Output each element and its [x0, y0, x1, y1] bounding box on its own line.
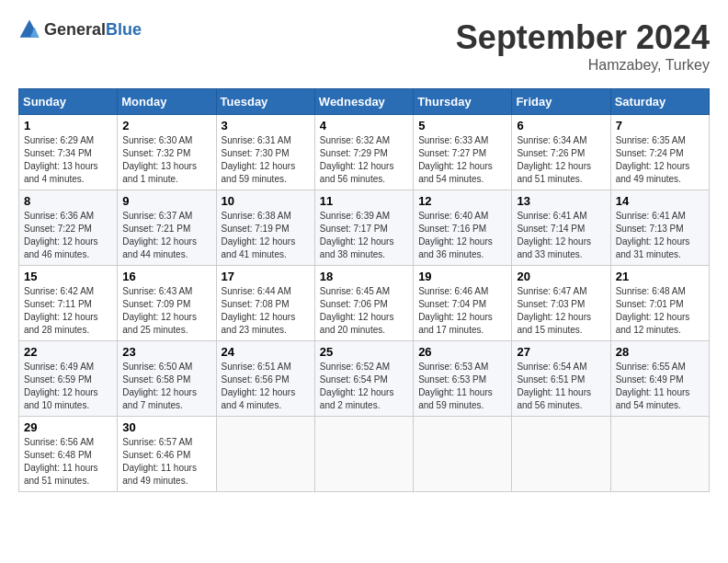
day-info: Sunrise: 6:41 AMSunset: 7:14 PMDaylight:…: [517, 211, 591, 259]
day-number: 8: [24, 194, 112, 208]
location-subtitle: Hamzabey, Turkey: [456, 57, 710, 74]
calendar-week-row: 1 Sunrise: 6:29 AMSunset: 7:34 PMDayligh…: [19, 115, 710, 190]
day-cell: 30 Sunrise: 6:57 AMSunset: 6:46 PMDaylig…: [118, 417, 216, 492]
day-number: 6: [517, 119, 605, 132]
day-info: Sunrise: 6:30 AMSunset: 7:32 PMDaylight:…: [122, 135, 197, 184]
day-cell: 2 Sunrise: 6:30 AMSunset: 7:32 PMDayligh…: [118, 115, 216, 190]
day-cell: 8 Sunrise: 6:36 AMSunset: 7:22 PMDayligh…: [19, 190, 118, 266]
day-info: Sunrise: 6:36 AMSunset: 7:22 PMDaylight:…: [24, 211, 98, 259]
day-cell: 24 Sunrise: 6:51 AMSunset: 6:56 PMDaylig…: [216, 341, 314, 417]
day-info: Sunrise: 6:52 AMSunset: 6:54 PMDaylight:…: [320, 362, 394, 410]
day-number: 22: [24, 345, 112, 359]
col-sunday: Sunday: [19, 89, 118, 115]
day-number: 16: [122, 270, 210, 283]
day-info: Sunrise: 6:40 AMSunset: 7:16 PMDaylight:…: [418, 211, 493, 259]
day-cell: 26 Sunrise: 6:53 AMSunset: 6:53 PMDaylig…: [414, 341, 512, 417]
day-cell: 7 Sunrise: 6:35 AMSunset: 7:24 PMDayligh…: [610, 115, 709, 190]
day-info: Sunrise: 6:34 AMSunset: 7:26 PMDaylight:…: [517, 135, 591, 184]
day-number: 3: [222, 119, 310, 132]
day-cell: 19 Sunrise: 6:46 AMSunset: 7:04 PMDaylig…: [414, 266, 512, 341]
day-cell: 1 Sunrise: 6:29 AMSunset: 7:34 PMDayligh…: [19, 115, 118, 190]
day-number: 27: [517, 345, 605, 359]
day-cell: 16 Sunrise: 6:43 AMSunset: 7:09 PMDaylig…: [118, 266, 216, 341]
day-info: Sunrise: 6:44 AMSunset: 7:08 PMDaylight:…: [222, 286, 296, 335]
day-info: Sunrise: 6:32 AMSunset: 7:29 PMDaylight:…: [320, 135, 394, 184]
day-info: Sunrise: 6:38 AMSunset: 7:19 PMDaylight:…: [222, 211, 296, 259]
day-cell: 15 Sunrise: 6:42 AMSunset: 7:11 PMDaylig…: [19, 266, 118, 341]
day-cell: 11 Sunrise: 6:39 AMSunset: 7:17 PMDaylig…: [314, 190, 413, 266]
col-thursday: Thursday: [414, 89, 512, 115]
day-cell: 25 Sunrise: 6:52 AMSunset: 6:54 PMDaylig…: [314, 341, 413, 417]
day-cell: 18 Sunrise: 6:45 AMSunset: 7:06 PMDaylig…: [314, 266, 413, 341]
day-number: 23: [122, 345, 210, 359]
day-info: Sunrise: 6:35 AMSunset: 7:24 PMDaylight:…: [616, 135, 690, 184]
day-cell: 20 Sunrise: 6:47 AMSunset: 7:03 PMDaylig…: [512, 266, 610, 341]
day-number: 21: [616, 270, 704, 283]
day-cell: 14 Sunrise: 6:41 AMSunset: 7:13 PMDaylig…: [610, 190, 709, 266]
day-cell: 23 Sunrise: 6:50 AMSunset: 6:58 PMDaylig…: [118, 341, 216, 417]
day-number: 29: [24, 420, 112, 434]
day-cell: 5 Sunrise: 6:33 AMSunset: 7:27 PMDayligh…: [414, 115, 512, 190]
col-tuesday: Tuesday: [216, 89, 314, 115]
calendar-week-row: 29 Sunrise: 6:56 AMSunset: 6:48 PMDaylig…: [19, 417, 710, 492]
day-info: Sunrise: 6:54 AMSunset: 6:51 PMDaylight:…: [517, 362, 591, 410]
calendar-week-row: 8 Sunrise: 6:36 AMSunset: 7:22 PMDayligh…: [19, 190, 710, 266]
day-number: 14: [616, 194, 704, 208]
day-cell: 29 Sunrise: 6:56 AMSunset: 6:48 PMDaylig…: [19, 417, 118, 492]
day-cell: 10 Sunrise: 6:38 AMSunset: 7:19 PMDaylig…: [216, 190, 314, 266]
day-number: 13: [517, 194, 605, 208]
day-cell: 21 Sunrise: 6:48 AMSunset: 7:01 PMDaylig…: [610, 266, 709, 341]
day-info: Sunrise: 6:37 AMSunset: 7:21 PMDaylight:…: [122, 211, 197, 259]
day-info: Sunrise: 6:55 AMSunset: 6:49 PMDaylight:…: [616, 362, 690, 410]
day-number: 17: [222, 270, 310, 283]
day-info: Sunrise: 6:42 AMSunset: 7:11 PMDaylight:…: [24, 286, 98, 335]
day-info: Sunrise: 6:57 AMSunset: 6:46 PMDaylight:…: [122, 437, 197, 486]
day-cell: 28 Sunrise: 6:55 AMSunset: 6:49 PMDaylig…: [610, 341, 709, 417]
day-number: 12: [418, 194, 506, 208]
logo-text: GeneralBlue: [44, 20, 142, 40]
day-number: 24: [222, 345, 310, 359]
title-block: September 2024 Hamzabey, Turkey: [456, 18, 710, 74]
day-number: 7: [616, 119, 704, 132]
day-info: Sunrise: 6:48 AMSunset: 7:01 PMDaylight:…: [616, 286, 690, 335]
col-saturday: Saturday: [610, 89, 709, 115]
day-number: 1: [24, 119, 112, 132]
day-number: 5: [418, 119, 506, 132]
day-info: Sunrise: 6:29 AMSunset: 7:34 PMDaylight:…: [24, 135, 98, 184]
col-friday: Friday: [512, 89, 610, 115]
day-cell: 27 Sunrise: 6:54 AMSunset: 6:51 PMDaylig…: [512, 341, 610, 417]
day-info: Sunrise: 6:50 AMSunset: 6:58 PMDaylight:…: [122, 362, 197, 410]
day-cell: 17 Sunrise: 6:44 AMSunset: 7:08 PMDaylig…: [216, 266, 314, 341]
day-info: Sunrise: 6:43 AMSunset: 7:09 PMDaylight:…: [122, 286, 197, 335]
day-number: 20: [517, 270, 605, 283]
day-number: 28: [616, 345, 704, 359]
day-info: Sunrise: 6:51 AMSunset: 6:56 PMDaylight:…: [222, 362, 296, 410]
logo-icon: [18, 18, 40, 40]
page-header: GeneralBlue September 2024 Hamzabey, Tur…: [18, 18, 710, 74]
calendar-header-row: Sunday Monday Tuesday Wednesday Thursday…: [19, 89, 710, 115]
day-info: Sunrise: 6:56 AMSunset: 6:48 PMDaylight:…: [24, 437, 98, 486]
month-year-title: September 2024: [456, 18, 710, 57]
day-info: Sunrise: 6:31 AMSunset: 7:30 PMDaylight:…: [222, 135, 296, 184]
day-cell: 3 Sunrise: 6:31 AMSunset: 7:30 PMDayligh…: [216, 115, 314, 190]
day-cell: 12 Sunrise: 6:40 AMSunset: 7:16 PMDaylig…: [414, 190, 512, 266]
day-info: Sunrise: 6:49 AMSunset: 6:59 PMDaylight:…: [24, 362, 98, 410]
calendar-table: Sunday Monday Tuesday Wednesday Thursday…: [18, 88, 710, 492]
day-cell: 13 Sunrise: 6:41 AMSunset: 7:14 PMDaylig…: [512, 190, 610, 266]
day-info: Sunrise: 6:47 AMSunset: 7:03 PMDaylight:…: [517, 286, 591, 335]
empty-cell: [314, 417, 413, 492]
day-number: 2: [122, 119, 210, 132]
calendar-week-row: 22 Sunrise: 6:49 AMSunset: 6:59 PMDaylig…: [19, 341, 710, 417]
day-number: 11: [320, 194, 408, 208]
calendar-week-row: 15 Sunrise: 6:42 AMSunset: 7:11 PMDaylig…: [19, 266, 710, 341]
day-number: 19: [418, 270, 506, 283]
day-number: 4: [320, 119, 408, 132]
day-cell: 22 Sunrise: 6:49 AMSunset: 6:59 PMDaylig…: [19, 341, 118, 417]
day-number: 15: [24, 270, 112, 283]
col-monday: Monday: [118, 89, 216, 115]
empty-cell: [414, 417, 512, 492]
day-number: 18: [320, 270, 408, 283]
col-wednesday: Wednesday: [314, 89, 413, 115]
day-number: 10: [222, 194, 310, 208]
day-cell: 4 Sunrise: 6:32 AMSunset: 7:29 PMDayligh…: [314, 115, 413, 190]
